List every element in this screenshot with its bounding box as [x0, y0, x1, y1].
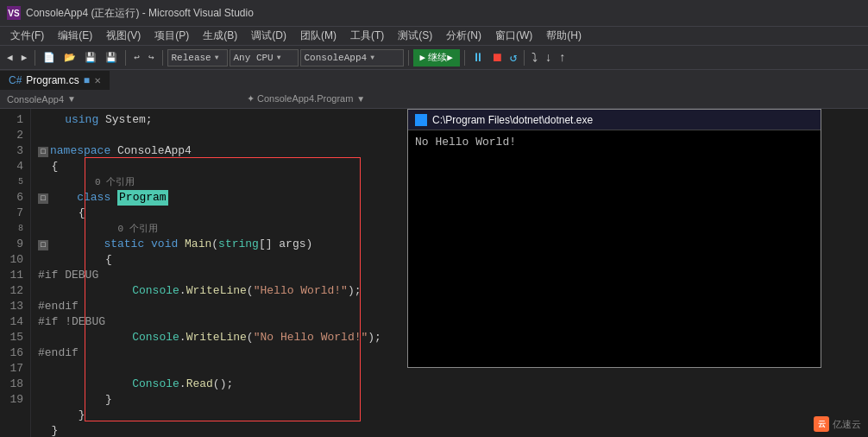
fold-icon-3[interactable]: □: [38, 147, 48, 157]
menu-team[interactable]: 团队(M): [293, 27, 343, 45]
fold-icon-7[interactable]: □: [38, 240, 48, 250]
configuration-label: Release: [172, 53, 211, 63]
undo-button[interactable]: ↩: [130, 50, 143, 65]
vs-logo-icon: VS: [7, 6, 21, 20]
code-header-left-label: ConsoleApp4: [7, 94, 64, 104]
code-line-close-1: }: [38, 392, 861, 408]
tab-close-button[interactable]: ✕: [94, 76, 101, 86]
toolbar-separator-5: [464, 50, 465, 66]
save-button[interactable]: 💾: [81, 50, 100, 65]
dropdown-arrow-icon-2: ▼: [356, 94, 365, 104]
toolbar-separator-1: [35, 50, 35, 66]
save-all-button[interactable]: 💾: [102, 50, 121, 65]
window-title: ConsoleApp4 (正在运行) - Microsoft Visual St…: [26, 6, 254, 21]
menu-file[interactable]: 文件(F): [3, 27, 51, 45]
tab-bar: C# Program.cs ■ ✕: [0, 69, 868, 90]
dropdown-arrow-icon: ▼: [67, 94, 76, 104]
code-header-member[interactable]: ✦ ConsoleApp4.Program ▼: [240, 93, 861, 104]
console-window[interactable]: C:\Program Files\dotnet\dotnet.exe No He…: [407, 109, 821, 368]
play-icon: ▶: [420, 52, 426, 63]
toolbar: ◀ ▶ 📄 📂 💾 💾 ↩ ↪ Release ▼ Any CPU ▼ Cons…: [0, 45, 868, 69]
tab-program-cs[interactable]: C# Program.cs ■ ✕: [0, 71, 110, 90]
menu-window[interactable]: 窗口(W): [488, 27, 539, 45]
back-button[interactable]: ◀: [3, 50, 16, 65]
menu-analyze[interactable]: 分析(N): [439, 27, 488, 45]
watermark-icon: 云: [814, 416, 829, 432]
step-over-button[interactable]: ⤵: [529, 49, 540, 66]
watermark: 云 亿速云: [814, 416, 861, 432]
main-editor-area: 1 2 3 4 5 6 7 8 9 10 11 12 13 14 15 16 1…: [0, 109, 868, 437]
tab-dirty-indicator: ■: [84, 74, 90, 86]
menu-help[interactable]: 帮助(H): [539, 27, 588, 45]
console-output-text: No Hello World!: [415, 136, 516, 149]
platform-dropdown[interactable]: Any CPU ▼: [230, 49, 299, 66]
new-file-button[interactable]: 📄: [40, 50, 59, 65]
pause-button[interactable]: ⏸: [469, 49, 487, 66]
continue-button[interactable]: ▶ 继续▶: [413, 49, 460, 66]
code-header-right-label: ✦ ConsoleApp4.Program: [247, 93, 353, 104]
menu-debug[interactable]: 调试(D): [244, 27, 293, 45]
stop-button[interactable]: ⏹: [488, 49, 506, 66]
tab-label: Program.cs: [26, 74, 79, 86]
watermark-text: 亿速云: [833, 418, 861, 431]
menu-project[interactable]: 项目(P): [148, 27, 196, 45]
redo-button[interactable]: ↪: [145, 50, 158, 65]
code-line-close-3: }: [38, 423, 861, 437]
chevron-down-icon: ▼: [277, 54, 281, 61]
menu-edit[interactable]: 编辑(E): [51, 27, 99, 45]
step-into-button[interactable]: ↓: [542, 49, 554, 66]
code-line-read: Console.Read();: [38, 377, 861, 392]
startup-project-label: ConsoleApp4: [305, 53, 368, 63]
restart-button[interactable]: ↺: [507, 48, 519, 66]
toolbar-separator-4: [408, 50, 409, 66]
console-app-icon: [415, 114, 427, 126]
menu-build[interactable]: 生成(B): [196, 27, 244, 45]
fold-icon-5[interactable]: □: [38, 193, 48, 204]
menu-bar: 文件(F) 编辑(E) 视图(V) 项目(P) 生成(B) 调试(D) 团队(M…: [0, 26, 868, 45]
menu-test[interactable]: 测试(S): [391, 27, 439, 45]
code-header: ConsoleApp4 ▼ ✦ ConsoleApp4.Program ▼: [0, 90, 868, 109]
title-bar: VS ConsoleApp4 (正在运行) - Microsoft Visual…: [0, 0, 868, 26]
menu-tools[interactable]: 工具(T): [343, 27, 391, 45]
tab-file-icon: C#: [9, 74, 22, 86]
chevron-down-icon: ▼: [215, 54, 219, 61]
forward-button[interactable]: ▶: [18, 50, 31, 65]
step-out-button[interactable]: ↑: [557, 49, 569, 66]
console-title-text: C:\Program Files\dotnet\dotnet.exe: [432, 114, 593, 126]
console-title-bar: C:\Program Files\dotnet\dotnet.exe: [408, 110, 821, 130]
code-line-close-2: }: [38, 408, 861, 423]
toolbar-separator-3: [162, 50, 163, 66]
configuration-dropdown[interactable]: Release ▼: [167, 49, 228, 66]
startup-project-dropdown[interactable]: ConsoleApp4 ▼: [300, 49, 404, 66]
console-output: No Hello World!: [408, 130, 821, 367]
line-numbers: 1 2 3 4 5 6 7 8 9 10 11 12 13 14 15 16 1…: [0, 109, 31, 437]
open-button[interactable]: 📂: [60, 50, 79, 65]
code-header-namespace[interactable]: ConsoleApp4 ▼: [7, 94, 240, 104]
platform-label: Any CPU: [234, 53, 274, 63]
menu-view[interactable]: 视图(V): [99, 27, 148, 45]
toolbar-separator-6: [524, 50, 525, 66]
continue-label: 继续▶: [428, 51, 453, 64]
chevron-down-icon: ▼: [370, 54, 374, 61]
toolbar-separator-2: [125, 50, 126, 66]
